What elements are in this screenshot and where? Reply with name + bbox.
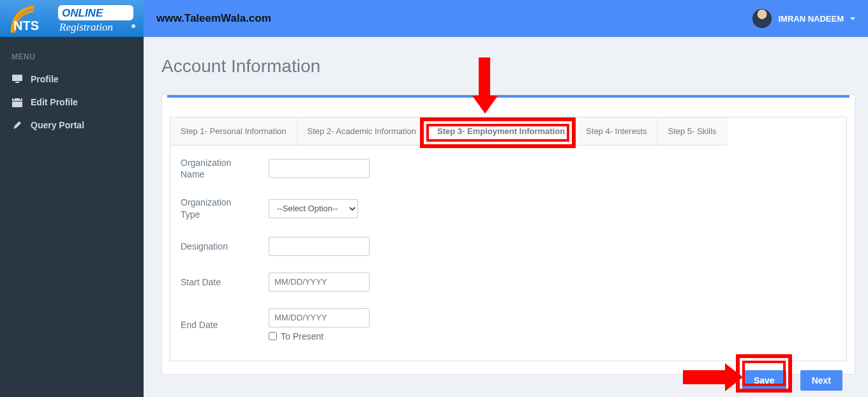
- pencil-icon: [11, 120, 23, 130]
- org-type-label: Organization Type: [181, 197, 252, 220]
- step-tabs: Step 1- Personal Information Step 2- Aca…: [170, 117, 847, 146]
- svg-point-4: [131, 24, 135, 28]
- tab-step4-interests[interactable]: Step 4- Interests: [576, 117, 657, 146]
- to-present-checkbox[interactable]: [269, 332, 277, 340]
- tab-step1-personal[interactable]: Step 1- Personal Information: [170, 117, 297, 146]
- end-date-input[interactable]: [269, 308, 370, 327]
- monitor-icon: [11, 74, 23, 84]
- svg-rect-10: [12, 101, 22, 101]
- page-title: Account Information: [161, 56, 855, 77]
- start-date-input[interactable]: [269, 273, 370, 292]
- tab-step5-skills[interactable]: Step 5- Skills: [657, 117, 727, 146]
- save-button[interactable]: Save: [742, 370, 786, 391]
- account-card: Step 1- Personal Information Step 2- Aca…: [161, 94, 855, 375]
- to-present-label: To Present: [281, 331, 324, 341]
- next-button[interactable]: Next: [800, 370, 842, 391]
- logo-svg: NTS ONLINE Registration: [8, 3, 136, 34]
- tab-step3-employment[interactable]: Step 3- Employment Information: [427, 117, 576, 146]
- site-url-text: www.TaleemWala.com: [156, 12, 271, 25]
- logo: NTS ONLINE Registration: [0, 0, 144, 37]
- tab-step2-academic[interactable]: Step 2- Academic Information: [297, 117, 427, 146]
- svg-rect-6: [15, 82, 19, 83]
- user-menu[interactable]: IMRAN NADEEM: [752, 9, 855, 28]
- designation-label: Designation: [181, 241, 252, 252]
- org-name-label: Organization Name: [181, 157, 252, 180]
- user-name: IMRAN NADEEM: [778, 14, 844, 24]
- sidebar-item-profile[interactable]: Profile: [0, 68, 144, 91]
- svg-rect-5: [12, 75, 22, 81]
- svg-rect-7: [12, 98, 22, 107]
- svg-rect-9: [20, 97, 21, 100]
- svg-text:Registration: Registration: [59, 21, 113, 33]
- designation-input[interactable]: [269, 237, 370, 256]
- org-name-input[interactable]: [269, 159, 370, 178]
- svg-text:ONLINE: ONLINE: [62, 7, 103, 19]
- sidebar: MENU Profile Edit Profile Query Portal: [0, 37, 144, 397]
- card-accent-bar: [167, 95, 849, 98]
- sidebar-heading: MENU: [0, 47, 144, 68]
- employment-form: Organization Name Organization Type --Se…: [170, 146, 847, 361]
- avatar: [752, 9, 772, 28]
- end-date-label: End Date: [181, 319, 252, 331]
- svg-text:NTS: NTS: [13, 19, 39, 33]
- sidebar-item-edit-profile[interactable]: Edit Profile: [0, 91, 144, 114]
- sidebar-item-label: Edit Profile: [31, 97, 78, 107]
- sidebar-item-label: Query Portal: [31, 120, 84, 130]
- sidebar-item-query-portal[interactable]: Query Portal: [0, 114, 144, 137]
- sidebar-item-label: Profile: [31, 74, 59, 84]
- calendar-icon: [11, 97, 23, 107]
- org-type-select[interactable]: --Select Option--: [269, 199, 358, 218]
- start-date-label: Start Date: [181, 276, 252, 288]
- chevron-down-icon: [850, 17, 855, 20]
- svg-rect-8: [13, 97, 15, 100]
